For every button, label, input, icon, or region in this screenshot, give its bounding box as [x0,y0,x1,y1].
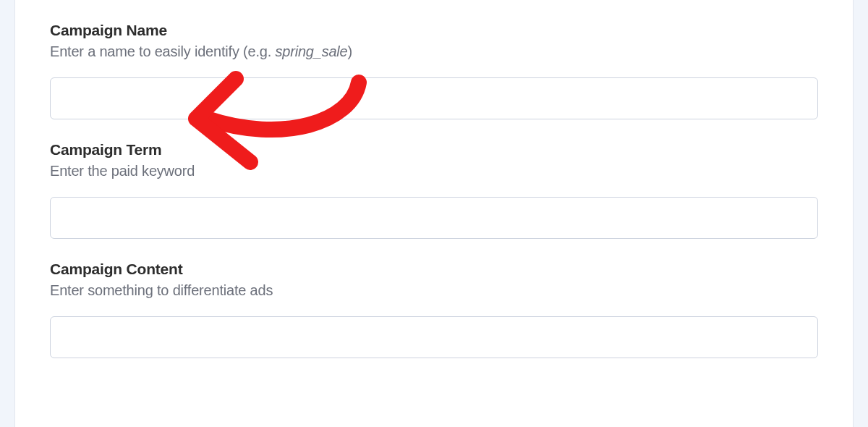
campaign-name-input[interactable] [50,77,818,119]
campaign-content-hint: Enter something to differentiate ads [50,282,818,299]
campaign-content-label: Campaign Content [50,261,818,278]
campaign-name-label: Campaign Name [50,22,818,39]
campaign-term-group: Campaign Term Enter the paid keyword [50,141,818,239]
campaign-content-input[interactable] [50,316,818,358]
campaign-content-group: Campaign Content Enter something to diff… [50,261,818,358]
campaign-name-hint: Enter a name to easily identify (e.g. sp… [50,43,818,60]
campaign-term-label: Campaign Term [50,141,818,158]
campaign-term-input[interactable] [50,197,818,239]
campaign-name-group: Campaign Name Enter a name to easily ide… [50,22,818,119]
form-card: Campaign Name Enter a name to easily ide… [14,0,854,427]
campaign-term-hint: Enter the paid keyword [50,163,818,179]
